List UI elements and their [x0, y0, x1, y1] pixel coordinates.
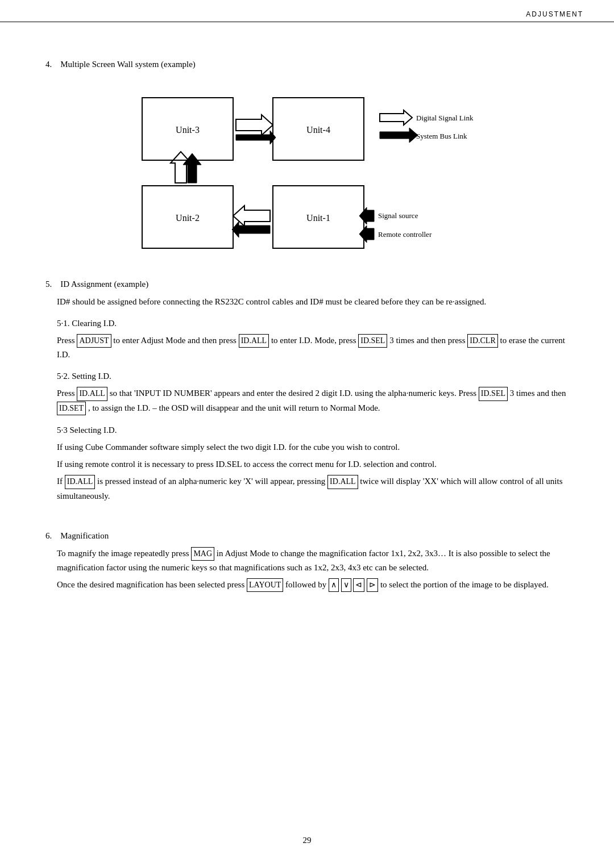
sub-section-5-3-title: 5·3 Selecting I.D. [57, 423, 569, 437]
screen-wall-diagram: Unit-3 Unit-4 Unit-2 Unit-1 [114, 86, 500, 251]
svg-marker-14 [380, 110, 412, 125]
svg-text:Digital Signal Link: Digital Signal Link [416, 114, 474, 122]
sub-section-5-1-title: 5·1. Clearing I.D. [57, 316, 569, 330]
svg-marker-8 [236, 115, 273, 135]
kbd-id-set: ID.SET [57, 402, 86, 415]
svg-text:Signal source: Signal source [378, 211, 418, 220]
page-number: 29 [303, 836, 312, 845]
kbd-down: ∨ [341, 578, 351, 592]
page-content: 4. Multiple Screen Wall system (example)… [0, 22, 614, 636]
header-title: ADJUSTMENT [526, 10, 583, 18]
section-6-body2: Once the desired magnification has been … [57, 578, 569, 592]
kbd-id-all-2: ID.ALL [77, 387, 107, 400]
svg-text:Unit-2: Unit-2 [176, 213, 200, 223]
kbd-id-all-4: ID.ALL [327, 475, 358, 489]
section-6-title: 6. Magnification [45, 531, 569, 541]
svg-marker-11 [232, 222, 270, 237]
svg-marker-9 [236, 131, 276, 144]
kbd-left: ⊲ [353, 578, 364, 592]
svg-text:Unit-1: Unit-1 [306, 213, 330, 223]
page-header: ADJUSTMENT [0, 0, 614, 22]
kbd-up: ∧ [329, 578, 339, 592]
sub-section-5-1-body: Press ADJUST to enter Adjust Mode and th… [57, 333, 569, 361]
svg-text:System Bus Link: System Bus Link [416, 132, 467, 140]
svg-marker-20 [359, 226, 374, 243]
kbd-adjust: ADJUST [77, 334, 111, 348]
section-6-body1: To magnify the image repeatedly press MA… [57, 546, 569, 574]
kbd-id-sel-2: ID.SEL [479, 387, 508, 400]
kbd-right: ⊳ [367, 578, 378, 592]
sub-section-5-3-body3: If ID.ALL is pressed instead of an alpha… [57, 474, 569, 502]
section-5: 5. ID Assignment (example) ID# should be… [45, 279, 569, 503]
diagram-container: Unit-3 Unit-4 Unit-2 Unit-1 [45, 86, 569, 251]
svg-marker-18 [359, 207, 374, 224]
section-6: 6. Magnification To magnify the image re… [45, 531, 569, 592]
section-4: 4. Multiple Screen Wall system (example)… [45, 60, 569, 251]
sub-section-5-3-body2: If using remote control it is necessary … [57, 457, 569, 471]
section-6-body: To magnify the image repeatedly press MA… [57, 546, 569, 592]
svg-marker-16 [380, 128, 418, 143]
kbd-id-clr: ID.CLR [467, 334, 498, 348]
svg-text:Unit-4: Unit-4 [306, 125, 330, 135]
section-5-title: 5. ID Assignment (example) [45, 279, 569, 289]
sub-section-5-3-body1: If using Cube Commander software simply … [57, 440, 569, 454]
sub-section-5-2-title: 5·2. Setting I.D. [57, 369, 569, 383]
kbd-mag: MAG [191, 547, 214, 561]
page-footer: 29 [0, 836, 614, 845]
kbd-layout: LAYOUT [247, 578, 283, 592]
sub-section-5-2-body: Press ID.ALL so that 'INPUT ID NUMBER' a… [57, 386, 569, 415]
kbd-id-sel-1: ID.SEL [358, 334, 387, 348]
svg-text:Remote controller: Remote controller [378, 230, 432, 239]
section-4-title: 4. Multiple Screen Wall system (example) [45, 60, 569, 69]
section-5-body: ID# should be assigned before connecting… [57, 295, 569, 503]
kbd-id-all-3: ID.ALL [65, 475, 96, 489]
svg-text:Unit-3: Unit-3 [176, 125, 200, 135]
kbd-id-all-1: ID.ALL [239, 334, 269, 348]
